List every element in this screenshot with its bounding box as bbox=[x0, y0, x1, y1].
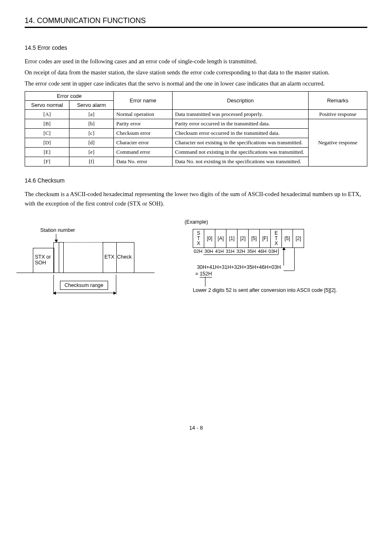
para-2: On receipt of data from the master stati… bbox=[25, 68, 367, 77]
hex-cell: 46H bbox=[257, 249, 267, 254]
cell-name: Normal operation bbox=[114, 109, 173, 119]
para-4: The checksum is a ASCII-coded hexadecima… bbox=[25, 190, 367, 208]
sec-num: 14.5 bbox=[25, 44, 36, 51]
tick-152 bbox=[205, 277, 205, 287]
hex-cell: 03H bbox=[267, 249, 278, 254]
cell-sa: [d] bbox=[69, 138, 114, 147]
hex-cell: 02H bbox=[193, 249, 203, 254]
sec-title: Checksum bbox=[37, 177, 65, 184]
th-servo-normal: Servo normal bbox=[25, 100, 69, 109]
cell-name: Character error bbox=[114, 138, 173, 147]
cell-remarks-pos: Positive response bbox=[309, 109, 367, 119]
th-servo-alarm: Servo alarm bbox=[69, 100, 114, 109]
byte-cell: [5] bbox=[281, 229, 293, 248]
hex-cell: 30H bbox=[203, 249, 214, 254]
table-header-row: Error code Error name Description Remark… bbox=[25, 91, 367, 100]
box-etx: ETX bbox=[103, 242, 117, 273]
lbl-soh: SOH bbox=[35, 260, 46, 266]
cell-sn: [F] bbox=[25, 157, 69, 166]
cell-desc: Data transmitted was processed properly. bbox=[173, 109, 309, 119]
error-code-table: Error code Error name Description Remark… bbox=[25, 91, 367, 166]
cell-name: Command error bbox=[114, 147, 173, 157]
cell-sn: [E] bbox=[25, 147, 69, 157]
bytes-join bbox=[284, 271, 294, 271]
cell-sn: [A] bbox=[25, 109, 69, 119]
cell-desc: Data No. not existing in the specificati… bbox=[173, 157, 309, 166]
th-errname: Error name bbox=[114, 91, 173, 109]
box-station-2 bbox=[58, 242, 64, 273]
label-example: (Example) bbox=[184, 219, 208, 225]
byte-cell: [2] bbox=[237, 229, 248, 248]
para-1: Error codes are used in the following ca… bbox=[25, 57, 367, 66]
arrow-station-icon bbox=[56, 234, 56, 242]
cell-sa: [b] bbox=[69, 119, 114, 128]
lbl-checksum-range: Checksum range bbox=[65, 282, 104, 288]
hex-cell: 31H bbox=[225, 249, 235, 254]
box-check: Check bbox=[116, 242, 134, 273]
sec-num: 14.6 bbox=[25, 177, 36, 184]
box-stx-soh: STX or SOH bbox=[33, 248, 54, 273]
cell-name: Data No. error bbox=[114, 157, 173, 166]
byte-frame: STX[0][A][1][2][5][F]ETX[5][2] bbox=[193, 229, 304, 248]
dashed-top bbox=[63, 242, 103, 243]
cell-name: Parity error bbox=[114, 119, 173, 128]
byte-cell: [0] bbox=[204, 229, 215, 248]
lbl-result: = 152H bbox=[195, 271, 212, 277]
diagram-frame-left: Station number STX or SOH ETX Check bbox=[25, 219, 156, 305]
range-arrow bbox=[53, 293, 116, 293]
byte-cell: [5] bbox=[248, 229, 259, 248]
cell-name: Checksum error bbox=[114, 128, 173, 138]
lbl-sum: 30H+41H+31H+32H+35H+46H+03H bbox=[197, 264, 281, 270]
cell-remarks-neg: Negative response bbox=[309, 119, 367, 166]
lbl-note: Lower 2 digits 52 is sent after conversi… bbox=[193, 287, 337, 293]
byte-cell: [1] bbox=[226, 229, 237, 248]
lbl-etx: ETX bbox=[104, 254, 114, 260]
cell-sn: [B] bbox=[25, 119, 69, 128]
cell-desc: Parity error occurred in the transmitted… bbox=[173, 119, 309, 128]
cell-sa: [a] bbox=[69, 109, 114, 119]
sec-title: Error codes bbox=[37, 44, 67, 51]
chapter-title: 14. COMMUNICATION FUNCTIONS bbox=[25, 16, 367, 28]
cell-desc: Checksum error occurred in the transmitt… bbox=[173, 128, 309, 138]
cell-sa: [e] bbox=[69, 147, 114, 157]
cell-sn: [D] bbox=[25, 138, 69, 147]
hex-cell: 32H bbox=[235, 249, 246, 254]
page-number: 14 - 8 bbox=[25, 425, 367, 431]
table-row: [A] [a] Normal operation Data transmitte… bbox=[25, 109, 367, 119]
table-row: [B] [b] Parity error Parity error occurr… bbox=[25, 119, 367, 128]
arrow-to-sum-icon bbox=[284, 247, 284, 266]
hex-cell: 41H bbox=[214, 249, 225, 254]
label-station-number: Station number bbox=[40, 227, 75, 233]
byte-cell: STX bbox=[193, 229, 204, 248]
section-head-146: 14.6 Checksum bbox=[25, 177, 367, 184]
cell-desc: Command not existing in the specificatio… bbox=[173, 147, 309, 157]
hex-cell: 35H bbox=[246, 249, 257, 254]
box-checksum-range: Checksum range bbox=[60, 281, 108, 290]
arrow-to-bytes-icon bbox=[294, 247, 295, 271]
th-desc: Description bbox=[173, 91, 309, 109]
hex-row: 02H30H41H31H32H35H46H03H bbox=[193, 249, 278, 254]
cell-sa: [f] bbox=[69, 157, 114, 166]
th-remarks: Remarks bbox=[309, 91, 367, 109]
span-tick bbox=[278, 249, 279, 254]
lbl-check: Check bbox=[117, 254, 131, 260]
lbl-stx: STX or bbox=[35, 254, 51, 260]
frame-line-right bbox=[134, 273, 154, 273]
byte-cell: ETX bbox=[270, 229, 281, 248]
byte-cell: [2] bbox=[293, 229, 304, 248]
byte-cell: [A] bbox=[215, 229, 226, 248]
cell-desc: Character not existing in the specificat… bbox=[173, 138, 309, 147]
frame-line bbox=[16, 273, 33, 273]
frame-baseline bbox=[33, 273, 134, 273]
cell-sn: [C] bbox=[25, 128, 69, 138]
cell-sa: [c] bbox=[69, 128, 114, 138]
section-head-145: 14.5 Error codes bbox=[25, 44, 367, 51]
para-3: The error code sent in upper case indica… bbox=[25, 79, 367, 88]
diagram-frame-right: (Example) STX[0][A][1][2][5][F]ETX[5][2]… bbox=[184, 219, 367, 318]
byte-cell: [F] bbox=[259, 229, 270, 248]
th-errcode: Error code bbox=[25, 91, 114, 100]
span-underline bbox=[203, 254, 278, 255]
